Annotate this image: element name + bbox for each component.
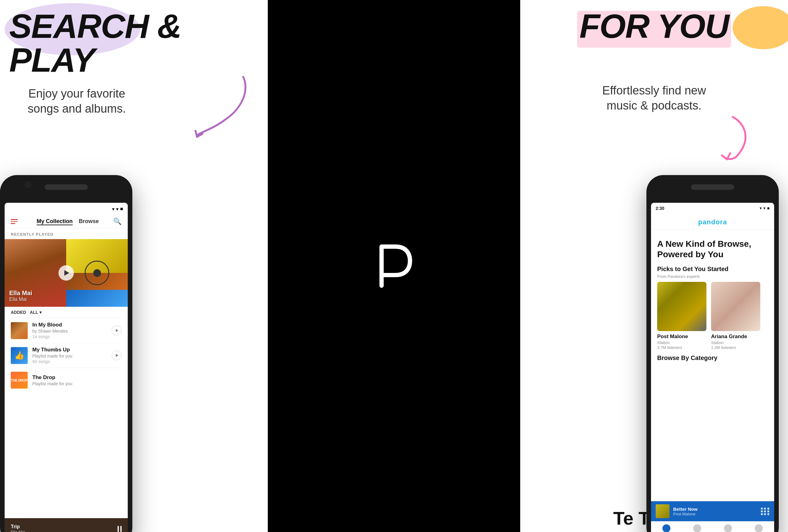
song-count-my-thumbs-up: 60 songs	[32, 359, 107, 364]
hero-album-name: Ella Mai	[9, 296, 32, 302]
bottom-nav-search[interactable]: Search	[713, 521, 743, 532]
pick-thumb-post-malone	[657, 282, 706, 331]
left-title: SEARCH & PLAY	[9, 9, 268, 77]
phone-screen-left: ▾ ▾ ■ My Collection Browse 🔍 RECENTLY PL…	[5, 203, 128, 532]
picks-grid: Post Malone Station 3.7M listeners Arian…	[651, 282, 774, 350]
song-item-in-my-blood[interactable]: In My Blood by Shawn Mendes 14 songs	[5, 318, 128, 343]
mini-player-left[interactable]: Trip Ella Mai	[5, 518, 128, 532]
signal-icon: ▾	[763, 206, 766, 210]
song-item-my-thumbs-up[interactable]: My Thumbs Up Playlist made for you 60 so…	[5, 343, 128, 368]
chevron-down-icon: ▾	[39, 310, 42, 315]
pick-listeners-post-malone: 3.7M listeners	[657, 345, 706, 350]
search-icon[interactable]: 🔍	[113, 218, 122, 226]
song-thumb-my-thumbs-up	[11, 347, 28, 364]
status-bar-left: ▾ ▾ ■	[5, 203, 128, 215]
song-title-in-my-blood: In My Blood	[32, 322, 107, 328]
battery-icon: ■	[767, 206, 770, 210]
status-bar-right: 2:30 ▾ ▾ ■	[651, 203, 774, 213]
phone-right: 2:30 ▾ ▾ ■ pandora A New Kind of Browse,…	[646, 175, 779, 532]
filter-row: ADDED ALL ▾	[5, 307, 128, 318]
hero-image[interactable]: Ella Mai Ella Mai	[5, 239, 128, 307]
phone-screen-right: 2:30 ▾ ▾ ■ pandora A New Kind of Browse,…	[651, 203, 774, 532]
pandora-header: pandora	[651, 213, 774, 229]
profile-nav-icon	[755, 524, 763, 532]
song-thumb-in-my-blood	[11, 322, 28, 339]
mini-player-right[interactable]: Better Now Post Malone	[651, 501, 774, 521]
wifi-icon: ▾	[760, 206, 762, 210]
pandora-wordmark: pandora	[657, 218, 768, 226]
song-artist-in-my-blood: by Shawn Mendes	[32, 329, 107, 333]
pick-card-post-malone[interactable]: Post Malone Station 3.7M listeners	[657, 282, 706, 350]
phone-camera-left	[25, 181, 32, 188]
pick-thumb-ariana-grande	[711, 282, 760, 331]
nav-bar-left: My Collection Browse 🔍	[5, 215, 128, 228]
pick-type-ariana-grande: Station	[711, 340, 760, 345]
nav-tabs: My Collection Browse	[22, 218, 113, 225]
status-time: 2:30	[656, 206, 664, 211]
picks-section-sub: From Pandora's experts	[651, 274, 774, 282]
recently-played-label: RECENTLY PLAYED	[5, 228, 128, 239]
mini-player-title-right: Better Now	[673, 507, 757, 512]
filter-added[interactable]: ADDED	[11, 310, 26, 315]
song-item-the-drop[interactable]: THE DROP The Drop Playlist made for you	[5, 368, 128, 392]
pick-name-post-malone: Post Malone	[657, 333, 706, 340]
browse-section: A New Kind of Browse,Powered by You	[651, 229, 774, 261]
status-icons-left: ▾ ▾ ■	[112, 206, 123, 212]
song-title-the-drop: The Drop	[32, 374, 122, 381]
tab-my-collection[interactable]: My Collection	[37, 218, 73, 225]
song-subtitle-the-drop: Playlist made for you	[32, 381, 122, 386]
pink-arrow-decoration	[708, 114, 757, 163]
right-title: FOR YOU	[579, 9, 729, 43]
song-play-button-my-thumbs-up[interactable]	[112, 350, 122, 360]
hamburger-icon[interactable]	[11, 219, 18, 224]
right-subtitle: Effortlessly find new music & podcasts.	[602, 83, 706, 114]
song-title-my-thumbs-up: My Thumbs Up	[32, 347, 107, 353]
pause-button-left[interactable]	[118, 526, 122, 532]
bottom-nav-right: For You My Collection Search Profile	[651, 521, 774, 532]
pause-bar-2	[120, 526, 122, 532]
pick-name-ariana-grande: Ariana Grande	[711, 333, 760, 340]
phone-notch-left	[45, 184, 88, 190]
left-panel: SEARCH & PLAY Enjoy your favorite songs …	[0, 0, 268, 532]
song-subtitle-my-thumbs-up: Playlist made for you	[32, 353, 107, 359]
pick-card-ariana-grande[interactable]: Ariana Grande Station 1.2M listeners	[711, 282, 760, 350]
right-panel: FOR YOU Effortlessly find new music & po…	[520, 0, 788, 532]
mini-player-title-left: Trip	[11, 524, 114, 530]
status-icons-right: ▾ ▾ ■	[760, 206, 770, 210]
song-count-in-my-blood: 14 songs	[32, 334, 107, 339]
hero-right-col	[66, 239, 128, 307]
song-info-the-drop: The Drop Playlist made for you	[32, 374, 122, 386]
pick-listeners-ariana-grande: 1.2M listeners	[711, 345, 760, 350]
song-info-my-thumbs-up: My Thumbs Up Playlist made for you 60 so…	[32, 347, 107, 364]
bottom-nav-my-collection[interactable]: My Collection	[682, 521, 713, 532]
record-circle	[85, 261, 109, 285]
tab-browse[interactable]: Browse	[79, 218, 99, 225]
arrow-decoration	[194, 71, 249, 139]
bottom-nav-profile[interactable]: Profile	[743, 521, 774, 532]
record-inner	[93, 269, 101, 277]
post-malone-album-art	[657, 282, 706, 331]
pandora-logo	[376, 243, 412, 289]
grid-icon[interactable]	[761, 508, 770, 515]
for-you-icon	[663, 524, 670, 532]
hero-overlay: Ella Mai Ella Mai	[9, 289, 32, 302]
bottom-nav-for-you[interactable]: For You	[651, 521, 682, 532]
pick-type-post-malone: Station	[657, 340, 706, 345]
pandora-browse-title: A New Kind of Browse,Powered by You	[657, 239, 768, 259]
center-panel	[268, 0, 520, 532]
filter-all-dropdown[interactable]: ALL ▾	[30, 310, 42, 315]
phone-notch-right	[691, 184, 734, 190]
picks-section-title: Picks to Get You Started	[651, 261, 774, 274]
mini-player-thumb-right	[656, 504, 669, 518]
song-info-in-my-blood: In My Blood by Shawn Mendes 14 songs	[32, 322, 107, 339]
hero-play-button[interactable]	[58, 265, 74, 281]
song-thumb-the-drop: THE DROP	[11, 372, 28, 389]
orange-blob-decoration	[733, 6, 788, 49]
search-nav-icon	[724, 524, 732, 532]
left-subtitle: Enjoy your favorite songs and albums.	[28, 86, 126, 117]
mini-player-info-right: Better Now Post Malone	[673, 507, 757, 516]
hero-artist-name: Ella Mai	[9, 289, 32, 296]
mini-player-artist-right: Post Malone	[673, 512, 757, 516]
mini-player-artist-left: Ella Mai	[11, 530, 114, 532]
song-play-button-in-my-blood[interactable]	[112, 326, 122, 335]
